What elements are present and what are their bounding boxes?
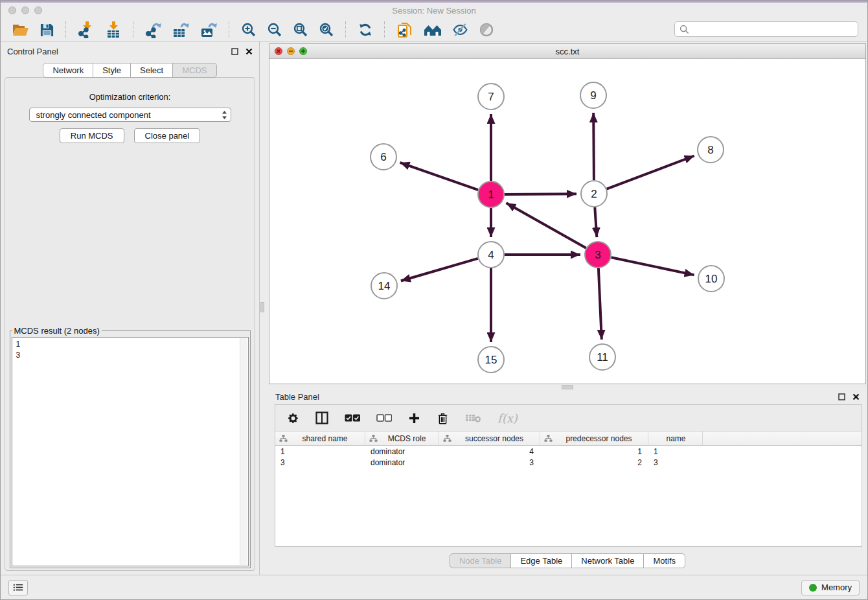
- table-row[interactable]: 3dominator323: [275, 457, 862, 468]
- close-panel-icon[interactable]: [852, 393, 860, 400]
- hide-graphics-details-button[interactable]: [449, 21, 472, 39]
- import-table-icon: [105, 21, 122, 38]
- column-header-shared-name[interactable]: shared name: [275, 432, 365, 445]
- result-scrollbar[interactable]: [240, 338, 247, 565]
- edge-2-to-9[interactable]: [593, 113, 594, 180]
- tab-network-table[interactable]: Network Table: [571, 553, 644, 568]
- birds-eye-view-button[interactable]: [475, 21, 497, 39]
- apply-layout-button[interactable]: [354, 21, 376, 39]
- task-history-button[interactable]: [8, 580, 28, 595]
- close-view-button[interactable]: [275, 47, 282, 55]
- run-mcds-button[interactable]: Run MCDS: [60, 128, 124, 143]
- export-table-button[interactable]: [169, 20, 193, 40]
- edge-3-to-1[interactable]: [507, 203, 586, 248]
- search-input[interactable]: [692, 24, 853, 35]
- node-9[interactable]: 9: [580, 82, 606, 108]
- save-session-button[interactable]: [36, 21, 58, 39]
- show-all-columns-button[interactable]: [345, 414, 360, 422]
- zoom-in-button[interactable]: [238, 21, 260, 39]
- toggle-panes-button[interactable]: [315, 411, 328, 424]
- delete-columns-button[interactable]: [437, 411, 449, 425]
- table-panel-content: f(x) shared nameMCDS rolesuccessor nodes…: [275, 404, 862, 547]
- birds-eye-icon: [479, 22, 494, 38]
- zoom-selected-button[interactable]: [315, 21, 337, 39]
- network-view-title: scc.txt: [556, 47, 580, 56]
- import-table-button[interactable]: [102, 20, 125, 40]
- panel-divider-vertical[interactable]: [260, 41, 264, 575]
- column-header-mcds-role[interactable]: MCDS role: [365, 432, 439, 445]
- edge-1-to-6[interactable]: [400, 163, 479, 190]
- new-network-from-selection-button[interactable]: [393, 20, 417, 40]
- memory-button[interactable]: Memory: [801, 580, 860, 595]
- zoom-out-button[interactable]: [264, 21, 286, 39]
- node-8[interactable]: 8: [698, 137, 724, 163]
- toolbar-separator: [133, 21, 134, 38]
- column-header-name[interactable]: name: [648, 432, 703, 445]
- sort-hierarchy-icon: [443, 435, 451, 442]
- node-14[interactable]: 14: [371, 273, 397, 299]
- minimize-view-button[interactable]: [287, 47, 295, 55]
- close-panel-icon[interactable]: [246, 48, 253, 55]
- sort-hierarchy-icon: [544, 435, 553, 442]
- node-4[interactable]: 4: [478, 242, 504, 268]
- optimization-criterion-label: Optimization criterion:: [89, 92, 171, 102]
- svg-text:9: 9: [590, 89, 596, 102]
- table-options-button[interactable]: [287, 412, 299, 424]
- function-icon: f(x): [497, 411, 518, 425]
- save-icon: [40, 23, 54, 38]
- hide-all-columns-button[interactable]: [376, 414, 392, 422]
- float-panel-icon[interactable]: [231, 48, 238, 55]
- tab-edge-table[interactable]: Edge Table: [510, 553, 572, 568]
- function-builder-button[interactable]: f(x): [497, 411, 518, 425]
- application-window: Session: New Session: [0, 0, 868, 600]
- edge-3-to-11[interactable]: [599, 268, 602, 340]
- divider-grip[interactable]: [260, 302, 264, 312]
- float-panel-icon[interactable]: [838, 393, 845, 400]
- network-overview-button[interactable]: [420, 21, 445, 38]
- node-11[interactable]: 11: [589, 344, 615, 370]
- node-3[interactable]: 3: [585, 242, 611, 268]
- close-panel-button[interactable]: Close panel: [134, 128, 201, 143]
- column-header-predecessor-nodes[interactable]: predecessor nodes: [540, 432, 648, 445]
- delete-table-button[interactable]: [465, 413, 481, 423]
- maximize-view-button[interactable]: [299, 47, 307, 55]
- edge-2-to-3[interactable]: [595, 207, 597, 237]
- optimization-criterion-select[interactable]: strongly connected component: [29, 108, 231, 122]
- edge-2-to-8[interactable]: [607, 156, 694, 189]
- node-10[interactable]: 10: [698, 266, 724, 292]
- zoom-window-button[interactable]: [34, 6, 42, 14]
- create-column-button[interactable]: [408, 412, 420, 424]
- tab-mcds[interactable]: MCDS: [172, 63, 216, 78]
- panel-divider-horizontal[interactable]: [269, 384, 866, 389]
- cell-shared-name: 1: [275, 447, 365, 456]
- edge-1-to-2[interactable]: [505, 194, 577, 194]
- edge-4-to-14[interactable]: [401, 259, 478, 281]
- zoom-fit-content-button[interactable]: [290, 21, 312, 39]
- control-panel-title: Control Panel: [7, 47, 58, 56]
- tab-select[interactable]: Select: [130, 63, 173, 78]
- export-image-button[interactable]: [197, 20, 221, 40]
- column-header-successor-nodes[interactable]: successor nodes: [439, 432, 540, 445]
- open-session-button[interactable]: [9, 21, 32, 38]
- svg-text:15: 15: [485, 354, 497, 366]
- import-network-button[interactable]: [74, 20, 98, 40]
- table-panel-title: Table Panel: [275, 392, 319, 402]
- zoom-out-icon: [267, 22, 282, 38]
- minimize-window-button[interactable]: [21, 6, 29, 14]
- node-7[interactable]: 7: [478, 84, 504, 110]
- close-window-button[interactable]: [8, 6, 16, 14]
- divider-grip[interactable]: [562, 385, 573, 389]
- node-1[interactable]: 1: [478, 181, 504, 207]
- node-15[interactable]: 15: [478, 347, 504, 373]
- mcds-result-box[interactable]: 1 3: [12, 337, 249, 566]
- tab-network[interactable]: Network: [43, 63, 93, 78]
- tab-node-table[interactable]: Node Table: [450, 553, 512, 568]
- network-canvas[interactable]: 7968124314101511: [269, 59, 865, 384]
- edge-3-to-10[interactable]: [611, 257, 694, 275]
- node-2[interactable]: 2: [581, 181, 607, 207]
- tab-motifs[interactable]: Motifs: [643, 553, 685, 568]
- node-6[interactable]: 6: [371, 144, 396, 170]
- tab-style[interactable]: Style: [93, 63, 131, 78]
- export-network-button[interactable]: [142, 20, 165, 40]
- table-row[interactable]: 1dominator411: [275, 446, 862, 457]
